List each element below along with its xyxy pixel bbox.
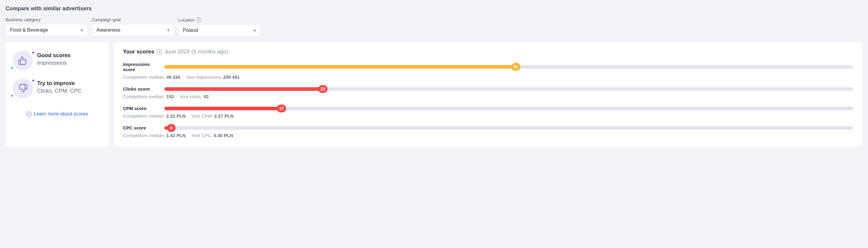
metric-subline: Competitors median: 1.42 PLNYour CPC: 6.… [123, 133, 854, 138]
filter-business-category: Business category Food & Beverage ▾ [5, 17, 88, 36]
metric-subline: Competitors median: 152Your clicks: 92 [123, 94, 854, 99]
scores-subtitle: June 2024 (5 months ago) [164, 49, 228, 55]
filter-label: Campaign goal [92, 17, 174, 22]
competitors-median: Competitors median: 49 226 [123, 74, 180, 80]
metric-name: Clicks score [123, 86, 159, 92]
score-bar-fill [164, 87, 323, 91]
chevron-down-icon: ▾ [167, 27, 169, 33]
info-icon[interactable]: i [196, 17, 202, 23]
select-value: Food & Beverage [10, 27, 48, 33]
select-value: Poland [183, 28, 198, 33]
filters-row: Business category Food & Beverage ▾ Camp… [5, 17, 863, 36]
metric-name: CPM score [123, 106, 159, 111]
metric-row: Impressions score51Competitors median: 4… [123, 62, 854, 80]
filter-campaign-goal: Campaign goal Awareness ▾ [92, 17, 174, 36]
score-bar: 0 [164, 126, 854, 130]
business-category-select[interactable]: Food & Beverage ▾ [5, 24, 88, 36]
score-badge: 0 [167, 124, 176, 132]
score-badge: 51 [511, 63, 521, 71]
improve-items: Clicks, CPM, CPC [37, 88, 82, 94]
score-bar: 51 [164, 65, 854, 69]
metric-name: CPC score [123, 125, 159, 130]
metric-row: CPM score17Competitors median: 2.22 PLNY… [123, 106, 854, 118]
filter-label: Business category [5, 17, 88, 22]
improve-title: Try to improve [37, 80, 82, 86]
summary-card: Good scores Impressions Try to improve C… [5, 42, 109, 147]
your-value: Your CPC: 6.40 PLN [191, 133, 233, 138]
metric-subline: Competitors median: 49 226Your impressio… [123, 74, 854, 80]
good-scores-title: Good scores [37, 52, 71, 59]
info-icon: i [27, 111, 32, 117]
your-value: Your impressions: 259 451 [186, 74, 240, 80]
competitors-median: Competitors median: 1.42 PLN [123, 133, 186, 138]
competitors-median: Competitors median: 152 [123, 94, 174, 99]
campaign-goal-select[interactable]: Awareness ▾ [92, 24, 174, 36]
info-icon[interactable]: i [157, 49, 162, 55]
score-bar: 23 [164, 87, 854, 91]
scores-card: Your scores i June 2024 (5 months ago) I… [114, 42, 863, 147]
score-badge: 17 [277, 105, 286, 112]
filter-location: Location i Poland ▾ [178, 17, 260, 36]
page-title: Compare with similar advertisers [5, 5, 863, 12]
location-select[interactable]: Poland ▾ [178, 24, 260, 36]
good-scores-block: Good scores Impressions [13, 50, 102, 71]
metric-name: Impressions score [123, 62, 159, 72]
score-badge: 23 [318, 85, 328, 93]
chevron-down-icon: ▾ [253, 28, 256, 33]
chevron-down-icon: ▾ [81, 27, 83, 33]
thumbs-up-icon [13, 50, 33, 71]
filter-label-text: Location [178, 17, 194, 23]
good-scores-items: Impressions [37, 60, 71, 66]
your-value: Your CPM: 2.27 PLN [191, 113, 234, 118]
competitors-median: Competitors median: 2.22 PLN [123, 113, 186, 118]
your-value: Your clicks: 92 [180, 94, 209, 99]
score-bar: 17 [164, 107, 854, 110]
filter-label: Location i [178, 17, 260, 23]
thumbs-down-icon [13, 78, 33, 99]
learn-more-link[interactable]: i Learn more about scores [13, 111, 102, 117]
metric-row: Clicks score23Competitors median: 152You… [123, 86, 854, 99]
metric-row: CPC score0Competitors median: 1.42 PLNYo… [123, 125, 854, 138]
metrics-list: Impressions score51Competitors median: 4… [123, 62, 854, 138]
learn-more-text: Learn more about scores [34, 111, 88, 117]
scores-title: Your scores [123, 49, 154, 55]
metric-subline: Competitors median: 2.22 PLNYour CPM: 2.… [123, 113, 854, 118]
scores-header: Your scores i June 2024 (5 months ago) [123, 49, 854, 55]
improve-block: Try to improve Clicks, CPM, CPC [13, 78, 102, 99]
score-bar-fill [164, 65, 516, 69]
score-bar-fill [164, 107, 281, 110]
select-value: Awareness [96, 27, 121, 33]
